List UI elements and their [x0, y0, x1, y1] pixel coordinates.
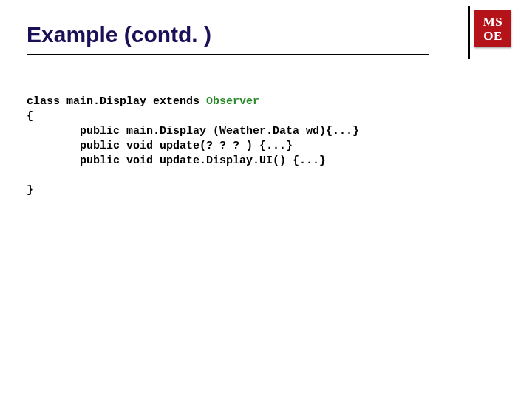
logo-text-line2: OE [474, 30, 511, 42]
code-line-6: } [27, 184, 33, 197]
code-line-4: public void update(? ? ? ) {...} [80, 140, 293, 152]
code-line-3: public main.Display (Weather.Data wd){..… [80, 125, 359, 137]
logo-box: MS OE [474, 10, 511, 47]
logo-text-line1: MS [474, 16, 511, 28]
slide: MS OE Example (contd. ) class main.Displ… [0, 0, 532, 399]
title-area: Example (contd. ) [27, 22, 429, 55]
code-line-2: { [27, 110, 33, 123]
code-line-5: public void update.Display.UI() {...} [80, 154, 326, 167]
code-observer-keyword: Observer [206, 95, 259, 108]
code-block: class main.Display extends Observer { pu… [27, 95, 359, 198]
logo-divider [468, 6, 470, 59]
msoe-logo: MS OE [471, 10, 511, 56]
slide-title: Example (contd. ) [27, 22, 429, 47]
code-line-1a: class main.Display extends [27, 95, 206, 108]
